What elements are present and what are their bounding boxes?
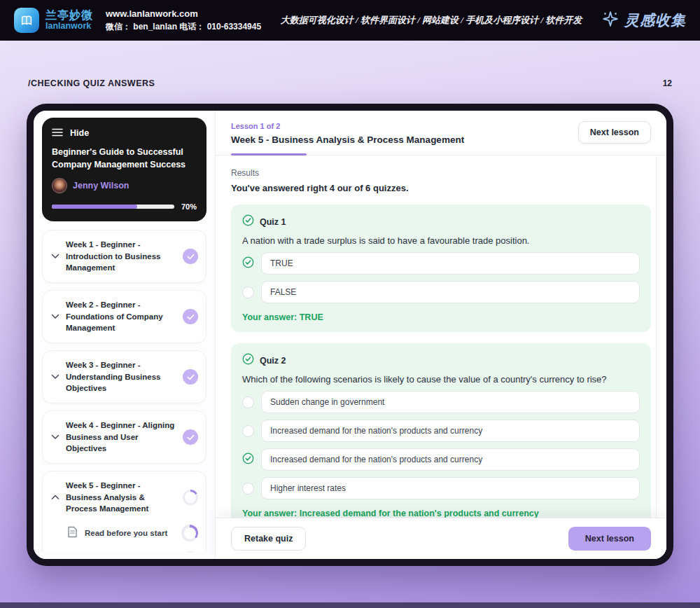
course-sidebar: Hide Beginner's Guide to Successful Comp… <box>34 111 216 559</box>
collect-label: 灵感收集 <box>624 11 686 30</box>
page-header: 兰亭妙微 lanlanwork www.lanlanwork.com 微信： b… <box>0 0 700 41</box>
week-progress-ring <box>183 490 198 505</box>
next-lesson-top-button[interactable]: Next lesson <box>578 121 651 144</box>
progress-percent: 70% <box>181 202 197 211</box>
week-label: Week 2 - Beginner - Foundations of Compa… <box>66 299 176 334</box>
results-label: Results <box>231 168 651 178</box>
stage-background: /CHECKING QUIZ ANSWERS 12 Hide Beginner'… <box>0 41 700 608</box>
week-complete-badge <box>183 429 198 445</box>
sidebar-subitem-read-before-you-start[interactable]: Read before you start <box>50 525 198 541</box>
scrollbar-track[interactable] <box>656 156 657 559</box>
course-summary-card: Hide Beginner's Guide to Successful Comp… <box>42 118 206 221</box>
user-row: Jenny Wilson <box>52 178 197 193</box>
brand-logo: 兰亭妙微 lanlanwork <box>14 8 93 33</box>
quiz-name: Quiz 1 <box>260 217 286 227</box>
quiz-option[interactable]: TRUE <box>242 252 640 275</box>
option-text: Increased demand for the nation's produc… <box>261 420 640 442</box>
retake-quiz-button[interactable]: Retake quiz <box>231 527 306 551</box>
page-caption: /CHECKING QUIZ ANSWERS <box>28 78 155 88</box>
subitem-label: Read before you start <box>85 529 174 537</box>
week-list: Week 1 - Beginner - Introduction to Busi… <box>42 230 206 552</box>
hide-sidebar-button[interactable]: Hide <box>52 127 197 139</box>
chevron-down-icon[interactable] <box>50 434 59 440</box>
chevron-down-icon[interactable] <box>50 374 59 380</box>
user-name: Jenny Wilson <box>73 181 129 191</box>
lesson-header: Lesson 1 of 2 Week 5 - Business Analysis… <box>216 111 666 156</box>
radio-circle-icon <box>242 483 254 495</box>
radio-circle-icon <box>242 286 254 298</box>
services-list: 大数据可视化设计 / 软件界面设计 / 网站建设 / 手机及小程序设计 / 软件… <box>270 14 593 27</box>
quiz-name: Quiz 2 <box>260 356 286 366</box>
progress-fill <box>52 205 137 209</box>
sidebar-item-week-3[interactable]: Week 3 - Beginner - Understanding Busine… <box>42 350 206 403</box>
app-window: Hide Beginner's Guide to Successful Comp… <box>34 111 666 559</box>
results-summary: You've answered right 4 our of 6 quizzes… <box>231 183 651 193</box>
radio-circle-icon <box>242 396 254 408</box>
quiz-option[interactable]: Increased demand for the nation's produc… <box>242 420 640 442</box>
sparkle-star-icon <box>601 10 620 31</box>
contact-line: 微信： ben_lanlan 电话： 010-63334945 <box>106 22 261 32</box>
hide-label: Hide <box>70 128 89 138</box>
next-lesson-button[interactable]: Next lesson <box>568 527 651 551</box>
progress-track <box>52 205 174 209</box>
green-check-circle-icon <box>242 452 254 467</box>
week-complete-badge <box>183 369 198 385</box>
website-url: www.lanlanwork.com <box>106 9 261 19</box>
week-label: Week 1 - Beginner - Introduction to Busi… <box>66 239 176 274</box>
hamburger-menu-icon[interactable] <box>52 127 63 139</box>
quiz-question: Which of the following scenarios is like… <box>242 374 640 385</box>
week-label: Week 4 - Beginner - Aligning Business an… <box>66 420 176 455</box>
option-text: FALSE <box>261 281 640 303</box>
quiz-option[interactable]: FALSE <box>242 281 640 303</box>
option-text: TRUE <box>261 252 640 275</box>
quiz-results-content[interactable]: Results You've answered right 4 our of 6… <box>216 156 666 559</box>
lesson-main-panel: Lesson 1 of 2 Week 5 - Business Analysis… <box>216 111 666 559</box>
quiz-question: A nation with a trade surplus is said to… <box>242 235 640 246</box>
course-progress: 70% <box>52 202 197 211</box>
lesson-footer: Retake quiz Next lesson <box>216 518 666 559</box>
sidebar-subitem-lesson1-module1[interactable]: ? Lesson1_Module1 <box>50 551 198 552</box>
page-number: 12 <box>663 78 672 88</box>
chevron-down-icon[interactable] <box>50 254 59 259</box>
green-check-circle-icon <box>242 214 254 229</box>
device-frame: Hide Beginner's Guide to Successful Comp… <box>27 104 673 566</box>
green-check-circle-icon <box>242 353 254 368</box>
week-complete-badge <box>183 309 198 324</box>
avatar <box>52 178 67 193</box>
sidebar-item-week-2[interactable]: Week 2 - Beginner - Foundations of Compa… <box>42 290 206 343</box>
option-text: Higher interest rates <box>261 477 640 499</box>
option-text: Sudden change in government <box>261 391 640 413</box>
week-label: Week 3 - Beginner - Understanding Busine… <box>66 359 176 394</box>
your-answer-line: Your answer: Increased demand for the na… <box>242 509 640 518</box>
quiz-card-1: Quiz 1 A nation with a trade surplus is … <box>231 205 651 332</box>
document-icon <box>67 526 78 541</box>
quiz-option[interactable]: Increased demand for the nation's produc… <box>242 448 640 471</box>
radio-circle-icon <box>242 425 254 437</box>
week-label: Week 5 - Beginner - Business Analysis & … <box>66 480 176 515</box>
brand-name-en: lanlanwork <box>46 22 93 32</box>
green-check-circle-icon <box>242 256 254 271</box>
week-complete-badge <box>183 249 198 264</box>
chevron-down-icon[interactable] <box>50 314 59 319</box>
bottom-strip <box>0 602 700 608</box>
quiz-option[interactable]: Sudden change in government <box>242 391 640 413</box>
todo-circle <box>183 551 198 552</box>
collect-logo: 灵感收集 <box>601 10 686 31</box>
sidebar-item-week-1[interactable]: Week 1 - Beginner - Introduction to Busi… <box>42 230 206 283</box>
lesson-progress-ring <box>181 525 198 541</box>
option-text: Increased demand for the nation's produc… <box>261 448 640 471</box>
contact-block: www.lanlanwork.com 微信： ben_lanlan 电话： 01… <box>106 9 261 31</box>
course-title: Beginner's Guide to Successful Company M… <box>52 146 197 171</box>
sidebar-item-week-5[interactable]: Week 5 - Beginner - Business Analysis & … <box>42 471 206 552</box>
sidebar-item-week-4[interactable]: Week 4 - Beginner - Aligning Business an… <box>42 410 206 464</box>
book-logo-icon <box>14 8 39 33</box>
quiz-option[interactable]: Higher interest rates <box>242 477 640 499</box>
your-answer-line: Your answer: TRUE <box>242 312 640 322</box>
chevron-up-icon[interactable] <box>50 495 59 500</box>
brand-name-cn: 兰亭妙微 <box>46 9 93 22</box>
